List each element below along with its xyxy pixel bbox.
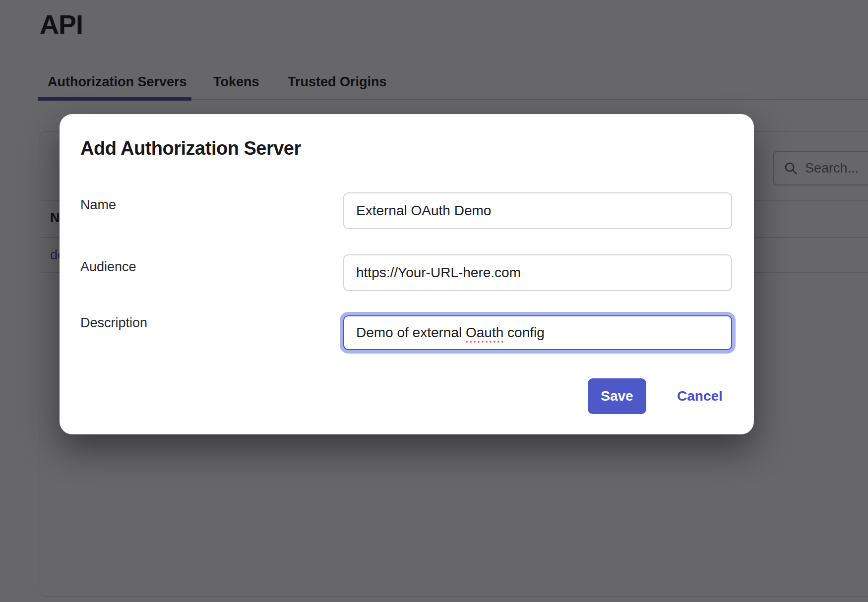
description-text: Demo of external [356,325,466,341]
audience-field[interactable] [343,254,732,291]
audience-label: Audience [80,259,136,275]
description-field[interactable]: Demo of external Oauth config [343,315,732,350]
modal-title: Add Authorization Server [80,138,301,159]
add-authorization-server-modal: Add Authorization Server Name Audience D… [60,114,754,434]
description-text: config [503,325,545,341]
save-button[interactable]: Save [588,378,646,414]
description-misspelled-word: Oauth [466,325,503,341]
name-field[interactable] [343,192,732,229]
name-label: Name [80,197,116,213]
description-label: Description [80,315,147,331]
cancel-button[interactable]: Cancel [670,378,730,414]
